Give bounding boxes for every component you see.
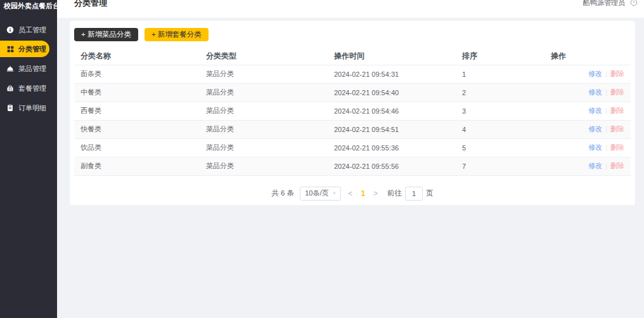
delete-link[interactable]: 删除 (610, 88, 624, 96)
sidebar-item-orders[interactable]: 订单明细 (0, 98, 57, 117)
chevron-down-icon: ∨ (333, 191, 337, 195)
grid-icon (6, 45, 14, 53)
current-username: 酷鸭源管理员 (583, 0, 625, 7)
delete-link[interactable]: 删除 (610, 107, 624, 114)
cell-type: 菜品分类 (200, 83, 328, 102)
table-row: 快餐类 菜品分类 2024-02-21 09:54:51 4 修改|删除 (74, 120, 631, 138)
cell-sort: 2 (456, 83, 544, 102)
col-header-action: 操作 (544, 48, 631, 65)
table-row: 副食类 菜品分类 2024-02-21 09:55:56 7 修改|删除 (74, 157, 631, 175)
cell-time: 2024-02-21 09:55:56 (328, 157, 456, 175)
delete-link[interactable]: 删除 (610, 143, 624, 151)
sidebar-item-combos[interactable]: 套餐管理 (0, 79, 57, 98)
sidebar-item-categories[interactable]: 分类管理 (0, 41, 49, 57)
delete-link[interactable]: 删除 (610, 125, 624, 133)
cell-name: 西餐类 (74, 102, 200, 120)
action-divider: | (605, 88, 607, 96)
cell-time: 2024-02-21 09:54:46 (328, 102, 456, 120)
logout-icon[interactable] (630, 0, 638, 6)
sidebar-item-label: 订单明细 (18, 103, 46, 113)
category-card: + 新增菜品分类 + 新增套餐分类 分类名称 分类类型 操作时间 排序 操作 面… (70, 21, 635, 205)
pagination-total: 共 6 条 (271, 189, 294, 198)
cell-sort: 1 (456, 65, 544, 83)
action-divider: | (605, 162, 607, 169)
delete-link[interactable]: 删除 (610, 162, 624, 169)
goto-page-input[interactable] (405, 187, 423, 201)
page-size-value: 10条/页 (305, 189, 328, 198)
col-header-sort: 排序 (456, 48, 544, 65)
table-row: 面条类 菜品分类 2024-02-21 09:54:31 1 修改|删除 (74, 65, 631, 83)
cell-type: 菜品分类 (200, 120, 328, 138)
app-title: 校园外卖点餐后台系统 (0, 0, 57, 10)
edit-link[interactable]: 修改 (588, 107, 602, 114)
cell-time: 2024-02-21 09:55:36 (328, 138, 456, 157)
cell-type: 菜品分类 (200, 157, 328, 175)
dish-icon (6, 65, 14, 72)
cell-name: 快餐类 (74, 120, 200, 138)
sidebar-item-label: 套餐管理 (18, 84, 46, 93)
col-header-time: 操作时间 (328, 48, 456, 65)
action-divider: | (605, 125, 607, 133)
main-content: + 新增菜品分类 + 新增套餐分类 分类名称 分类类型 操作时间 排序 操作 面… (57, 18, 644, 318)
col-header-name: 分类名称 (74, 48, 200, 65)
info-icon (6, 26, 14, 34)
prev-page-button[interactable]: < (347, 189, 354, 198)
page-unit-label: 页 (426, 189, 434, 198)
page-title: 分类管理 (74, 0, 107, 8)
cell-type: 菜品分类 (200, 65, 328, 83)
goto-label: 前往 (387, 189, 402, 198)
action-divider: | (605, 107, 607, 114)
edit-link[interactable]: 修改 (588, 70, 602, 77)
sidebar-item-label: 员工管理 (18, 25, 46, 35)
col-header-type: 分类类型 (200, 48, 328, 65)
add-combo-category-button[interactable]: + 新增套餐分类 (145, 28, 209, 41)
delete-link[interactable]: 删除 (610, 70, 624, 77)
edit-link[interactable]: 修改 (588, 143, 602, 151)
sidebar-item-dishes[interactable]: 菜品管理 (0, 59, 57, 78)
action-divider: | (605, 143, 607, 151)
cell-type: 菜品分类 (200, 138, 328, 157)
cell-time: 2024-02-21 09:54:31 (328, 65, 456, 83)
cell-sort: 7 (456, 157, 544, 175)
sidebar-item-label: 分类管理 (18, 44, 46, 54)
table-header-row: 分类名称 分类类型 操作时间 排序 操作 (74, 48, 631, 65)
sidebar-item-label: 菜品管理 (18, 64, 46, 74)
cell-sort: 4 (456, 120, 544, 138)
toolbar: + 新增菜品分类 + 新增套餐分类 (74, 28, 631, 41)
combo-icon (6, 84, 14, 92)
page-size-select[interactable]: 10条/页 ∨ (300, 187, 341, 201)
cell-sort: 5 (456, 138, 544, 157)
category-table: 分类名称 分类类型 操作时间 排序 操作 面条类 菜品分类 2024-02-21… (74, 48, 631, 176)
table-row: 中餐类 菜品分类 2024-02-21 09:54:40 2 修改|删除 (74, 83, 631, 102)
cell-name: 中餐类 (74, 83, 200, 102)
next-page-button[interactable]: > (372, 189, 379, 198)
top-header: 分类管理 酷鸭源管理员 (57, 0, 644, 18)
edit-link[interactable]: 修改 (588, 162, 602, 169)
add-dish-category-button[interactable]: + 新增菜品分类 (74, 28, 138, 41)
pagination: 共 6 条 10条/页 ∨ < 1 > 前往 页 (74, 187, 631, 201)
sidebar-item-employees[interactable]: 员工管理 (0, 20, 57, 39)
cell-type: 菜品分类 (200, 102, 328, 120)
edit-link[interactable]: 修改 (588, 125, 602, 133)
cell-name: 饮品类 (74, 138, 200, 157)
sidebar-menu: 员工管理 分类管理 菜品管理 (0, 20, 57, 117)
goto-group: 前往 页 (387, 187, 434, 201)
sidebar: 校园外卖点餐后台系统 员工管理 分类管理 (0, 0, 57, 318)
cell-sort: 3 (456, 102, 544, 120)
page-number-current[interactable]: 1 (359, 189, 366, 198)
cell-name: 副食类 (74, 157, 200, 175)
action-divider: | (605, 70, 607, 77)
cell-time: 2024-02-21 09:54:40 (328, 83, 456, 102)
cell-name: 面条类 (74, 65, 200, 83)
cell-time: 2024-02-21 09:54:51 (328, 120, 456, 138)
table-row: 饮品类 菜品分类 2024-02-21 09:55:36 5 修改|删除 (74, 138, 631, 157)
edit-link[interactable]: 修改 (588, 88, 602, 96)
order-icon (6, 104, 14, 112)
table-row: 西餐类 菜品分类 2024-02-21 09:54:46 3 修改|删除 (74, 102, 631, 120)
